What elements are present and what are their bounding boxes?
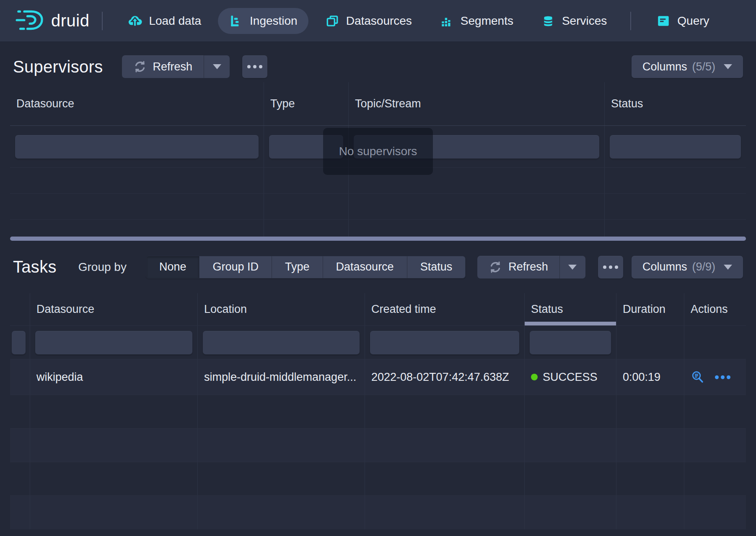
status-label: SUCCESS: [543, 371, 598, 384]
table-row: [10, 429, 746, 462]
sort-indicator-bar: [525, 322, 616, 325]
nav-item-datasources[interactable]: Datasources: [314, 8, 423, 34]
column-header-type[interactable]: Type: [264, 82, 349, 125]
group-by-type-button[interactable]: Type: [272, 256, 323, 278]
tasks-refresh-button[interactable]: Refresh: [477, 256, 559, 278]
ingestion-chart-icon: [229, 14, 243, 28]
table-row: [10, 194, 746, 220]
nav-item-label: Segments: [461, 14, 513, 28]
task-location-cell: simple-druid-middlemanager...: [198, 359, 365, 395]
group-by-group-id-button[interactable]: Group ID: [199, 256, 272, 278]
datasource-filter-input[interactable]: [15, 135, 259, 159]
datasource-filter-input[interactable]: [35, 331, 192, 354]
tasks-table: Datasource Location Created time Status …: [10, 293, 746, 529]
group-by-datasource-button[interactable]: Datasource: [323, 256, 407, 278]
database-icon: [541, 14, 555, 28]
table-row: [10, 220, 746, 237]
index-filter-input[interactable]: [12, 331, 26, 354]
column-header-blank: [10, 293, 30, 325]
nav-divider: [102, 12, 103, 30]
segments-bar-chart-icon: [440, 14, 454, 28]
column-header-created-time[interactable]: Created time: [365, 293, 525, 325]
column-header-label: Status: [531, 303, 563, 316]
table-row: [10, 395, 746, 429]
task-datasource-cell: wikipedia: [30, 359, 198, 395]
tasks-refresh-dropdown[interactable]: [559, 256, 585, 278]
nav-item-label: Services: [562, 14, 607, 28]
druid-logo[interactable]: druid: [15, 8, 89, 34]
view-details-magnifier-icon[interactable]: [691, 370, 705, 384]
refresh-label: Refresh: [508, 260, 548, 273]
nav-item-segments[interactable]: Segments: [429, 8, 524, 34]
supervisors-title: Supervisors: [13, 57, 103, 76]
supervisors-toolbar: Supervisors Refresh Colum: [0, 42, 756, 82]
tasks-columns-button[interactable]: Columns (9/9): [632, 256, 743, 278]
group-by-none-button[interactable]: None: [146, 256, 199, 278]
upload-cloud-icon: [128, 14, 142, 28]
druid-logo-icon: [15, 8, 45, 34]
row-actions-menu-icon[interactable]: [715, 375, 730, 379]
nav-item-label: Ingestion: [250, 14, 298, 28]
column-header-datasource[interactable]: Datasource: [10, 82, 264, 125]
group-by-button-group: None Group ID Type Datasource Status: [146, 256, 466, 278]
column-header-duration[interactable]: Duration: [616, 293, 684, 325]
task-status-cell: SUCCESS: [525, 359, 616, 395]
refresh-icon: [133, 60, 147, 73]
chevron-down-icon: [568, 265, 577, 270]
tasks-title: Tasks: [13, 258, 57, 276]
task-duration-cell: 0:00:19: [616, 359, 684, 395]
horizontal-scrollbar[interactable]: [10, 237, 746, 241]
columns-count: (5/5): [692, 60, 715, 73]
column-header-actions[interactable]: Actions: [684, 293, 746, 325]
more-dots-icon: [603, 265, 618, 269]
nav-item-load-data[interactable]: Load data: [117, 8, 212, 34]
columns-count: (9/9): [692, 260, 715, 273]
nav-item-ingestion[interactable]: Ingestion: [218, 8, 308, 34]
created-time-filter-input[interactable]: [370, 331, 519, 354]
nav-item-query[interactable]: Query: [645, 8, 720, 34]
supervisors-more-button[interactable]: [242, 55, 267, 78]
no-supervisors-message: No supervisors: [323, 128, 433, 175]
tasks-toolbar: Tasks Group by None Group ID Type Dataso…: [0, 241, 756, 293]
chevron-down-icon: [213, 64, 221, 69]
nav-item-label: Load data: [149, 14, 201, 28]
druid-logo-text: druid: [51, 11, 89, 30]
supervisors-columns-button[interactable]: Columns (5/5): [632, 55, 743, 78]
table-row: [10, 496, 746, 529]
task-actions-cell: [684, 359, 746, 395]
druid-console: druid Load data Ingestion: [0, 0, 756, 536]
layers-icon: [325, 14, 339, 28]
table-row: [10, 462, 746, 496]
group-by-label: Group by: [78, 260, 127, 274]
supervisors-refresh-button[interactable]: Refresh: [122, 55, 204, 78]
status-success-dot: [531, 374, 538, 380]
supervisors-refresh-split-button: Refresh: [122, 55, 230, 78]
nav-divider: [630, 12, 631, 30]
more-dots-icon: [247, 65, 262, 68]
column-header-status-sorted[interactable]: Status: [525, 293, 616, 325]
tasks-more-button[interactable]: [598, 256, 623, 278]
location-filter-input[interactable]: [203, 331, 360, 354]
top-nav: druid Load data Ingestion: [0, 0, 756, 42]
column-header-datasource[interactable]: Datasource: [30, 293, 198, 325]
chevron-down-icon: [724, 64, 732, 69]
column-header-status[interactable]: Status: [605, 82, 746, 125]
task-created-time-cell: 2022-08-02T07:42:47.638Z: [365, 359, 525, 395]
tasks-header-row: Datasource Location Created time Status …: [10, 293, 746, 326]
tasks-refresh-split-button: Refresh: [477, 256, 585, 278]
nav-item-label: Query: [677, 14, 709, 28]
column-header-topic-stream[interactable]: Topic/Stream: [349, 82, 605, 125]
status-filter-input[interactable]: [530, 331, 611, 354]
column-header-location[interactable]: Location: [198, 293, 365, 325]
tasks-filter-row: [10, 326, 746, 359]
nav-item-label: Datasources: [346, 14, 412, 28]
refresh-icon: [489, 260, 502, 274]
supervisors-header-row: Datasource Type Topic/Stream Status: [10, 82, 746, 126]
group-by-status-button[interactable]: Status: [407, 256, 466, 278]
task-row-wikipedia[interactable]: wikipedia simple-druid-middlemanager... …: [10, 359, 746, 395]
columns-label: Columns: [642, 260, 687, 273]
status-filter-input[interactable]: [610, 135, 741, 159]
nav-item-services[interactable]: Services: [530, 8, 618, 34]
supervisors-table: Datasource Type Topic/Stream Status No s…: [10, 82, 746, 237]
supervisors-refresh-dropdown[interactable]: [204, 55, 230, 78]
